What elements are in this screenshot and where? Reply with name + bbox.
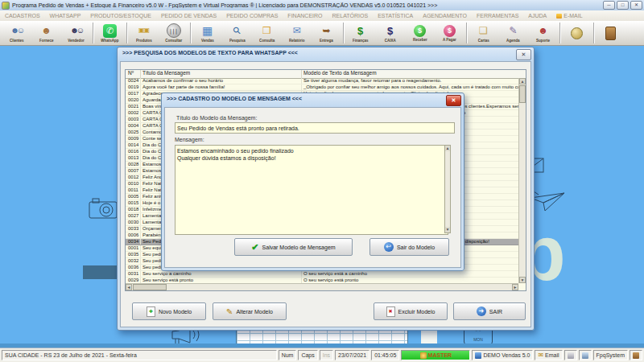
cell-num: 0005 bbox=[126, 194, 140, 200]
display-icon bbox=[582, 352, 588, 359]
toolbar-label: Vendedor bbox=[68, 38, 85, 42]
toolbar-relat-rio[interactable]: Relatório bbox=[282, 22, 312, 44]
exit-button[interactable]: ➜ SAIR bbox=[453, 302, 526, 320]
toolbar-entrega[interactable]: Entrega bbox=[312, 22, 341, 44]
exit-model-button[interactable]: ↩ Sair do Modelo bbox=[369, 238, 449, 256]
toolbar-label: Clientes bbox=[10, 38, 24, 42]
toolbar-label: CAIXA bbox=[384, 38, 395, 42]
message-scrollbar[interactable]: ▲ ▼ bbox=[444, 145, 451, 233]
cell-title: Seu serviço a caminho bbox=[140, 271, 301, 277]
toolbar-cartas[interactable]: Cartas bbox=[469, 22, 498, 44]
toolbar-label: WhatsApp bbox=[101, 38, 118, 42]
toolbar-suporte[interactable]: Suporte bbox=[528, 22, 558, 44]
title-field-label: Título do Modelo da Mensagem: bbox=[176, 115, 257, 121]
cell-num: 0031 bbox=[126, 271, 140, 277]
message-scroll-down-icon[interactable]: ▼ bbox=[445, 227, 450, 232]
menu-financeiro[interactable]: FINANCEIRO bbox=[283, 13, 327, 19]
maximize-button[interactable]: □ bbox=[617, 1, 629, 10]
scroll-up-icon[interactable]: ▲ bbox=[519, 78, 526, 84]
toolbar-finan-as[interactable]: Finanças bbox=[345, 22, 375, 44]
toolbar-fornece[interactable]: Fornece bbox=[31, 22, 61, 44]
message-field[interactable]: Estamos encaminhado o seu pedido finaliz… bbox=[175, 145, 448, 235]
scroll-left-icon[interactable]: ◄ bbox=[126, 284, 132, 290]
menu-estat-stica[interactable]: ESTATÍSTICA bbox=[373, 13, 418, 19]
toolbar-consulta[interactable]: Consulta bbox=[252, 22, 282, 44]
horizontal-scrollbar[interactable]: ◄ ► bbox=[126, 283, 518, 290]
vertical-scrollbar[interactable]: ▲ ▼ bbox=[518, 78, 526, 283]
coin-icon bbox=[571, 27, 583, 39]
cell-num: 0016 bbox=[126, 149, 140, 154]
cell-title: Seu serviço está pronto bbox=[140, 278, 301, 283]
menu-produtos-estoque[interactable]: PRODUTOS/ESTOQUE bbox=[85, 13, 156, 19]
menu-pedido-de-vendas[interactable]: PEDIDO DE VENDAS bbox=[156, 13, 221, 19]
menu-whatsapp[interactable]: WHATSAPP bbox=[45, 13, 86, 19]
toolbar-exit-icon[interactable] bbox=[596, 22, 625, 44]
cell-num: 0001 bbox=[126, 245, 140, 251]
folder-icon bbox=[259, 23, 275, 38]
status-exit-small-icon bbox=[630, 350, 642, 360]
save-model-button[interactable]: Salvar Modelo de Mensagem bbox=[234, 238, 353, 256]
menu-e-mail[interactable]: E-MAIL bbox=[551, 13, 587, 19]
title-field[interactable] bbox=[175, 122, 455, 134]
search-icon bbox=[229, 23, 246, 38]
cell-num: 0027 bbox=[126, 213, 140, 219]
toolbar-whatsapp[interactable]: WhatsApp bbox=[95, 22, 125, 44]
cell-num: 0011 bbox=[126, 187, 140, 193]
toolbar-separator bbox=[593, 23, 594, 43]
scroll-right-icon[interactable]: ► bbox=[512, 284, 518, 290]
exit-model-label: Sair do Modelo bbox=[397, 245, 435, 250]
table-row[interactable]: 0029Seu serviço está prontoO seu serviço… bbox=[126, 278, 518, 283]
search-dialog-close-icon[interactable]: ✕ bbox=[516, 49, 531, 60]
cell-num: 0018 bbox=[126, 207, 140, 212]
menu-agendamento[interactable]: AGENDAMENTO bbox=[418, 13, 472, 19]
toolbar-label: Entrega bbox=[320, 38, 333, 42]
table-row[interactable]: 0019Agora você faz parte de nossa famíli… bbox=[126, 84, 518, 91]
toolbar-label: Consultar bbox=[165, 38, 182, 42]
menu-relat-rios[interactable]: RELATÓRIOS bbox=[328, 13, 374, 19]
status-master: MASTER bbox=[401, 350, 470, 360]
supplier-icon bbox=[39, 23, 55, 38]
toolbar-label: Cartas bbox=[477, 38, 489, 42]
delete-model-label: Excluir Modelo bbox=[398, 309, 436, 315]
delete-model-button[interactable]: Excluir Modelo bbox=[374, 302, 448, 320]
message-scroll-up-icon[interactable]: ▲ bbox=[445, 146, 450, 151]
menu-pedido-compras[interactable]: PEDIDO COMPRAS bbox=[221, 13, 283, 19]
toolbar-vendedor[interactable]: Vendedor bbox=[61, 22, 91, 44]
toolbar-coin-icon[interactable] bbox=[562, 22, 592, 44]
letters-icon bbox=[476, 23, 492, 38]
horizontal-scroll-thumb[interactable] bbox=[133, 284, 167, 290]
cell-num: 0015 bbox=[126, 200, 140, 206]
toolbar-produtos[interactable]: Produtos bbox=[129, 22, 159, 44]
toolbar-vendas[interactable]: Vendas bbox=[192, 22, 222, 44]
menu-cadastros[interactable]: CADASTROS bbox=[0, 13, 45, 19]
toolbar-label: Finanças bbox=[353, 38, 369, 42]
toolbar-a-pagar[interactable]: A Pagar bbox=[435, 22, 464, 44]
table-row[interactable]: 0024Acabamos de confirmar o seu horárioS… bbox=[126, 78, 518, 84]
toolbar-agenda[interactable]: Agenda bbox=[498, 22, 528, 44]
menu-ajuda[interactable]: AJUDA bbox=[523, 13, 551, 19]
toolbar-separator bbox=[559, 23, 560, 43]
table-row[interactable]: 0031Seu serviço a caminhoO seu serviço e… bbox=[126, 271, 518, 278]
edit-model-button[interactable]: Alterar Modelo bbox=[213, 302, 287, 320]
toolbar-clientes[interactable]: Clientes bbox=[2, 22, 31, 44]
minimize-button[interactable]: ─ bbox=[603, 1, 615, 10]
toolbar-caixa[interactable]: CAIXA bbox=[375, 22, 405, 44]
new-model-button[interactable]: Novo Modelo bbox=[132, 302, 206, 320]
message-dialog-close-icon[interactable]: ✕ bbox=[446, 95, 461, 106]
status-printer-icon bbox=[564, 350, 577, 360]
cell-num: 0003 bbox=[126, 117, 140, 122]
scroll-down-icon[interactable]: ▼ bbox=[519, 277, 526, 283]
whatsapp-icon bbox=[103, 24, 117, 38]
column-header-text: Modelo de Texto da Mensagem bbox=[301, 70, 526, 78]
toolbar-receber[interactable]: Receber bbox=[405, 22, 435, 44]
menu-ferramentas[interactable]: FERRAMENTAS bbox=[472, 13, 523, 19]
toolbar-consultar[interactable]: Consultar bbox=[159, 22, 188, 44]
close-button[interactable]: ✕ bbox=[630, 1, 642, 10]
seller-icon bbox=[68, 23, 85, 38]
vertical-scroll-thumb[interactable] bbox=[519, 85, 526, 103]
cell-text: O seu serviço está a caminho bbox=[301, 271, 518, 277]
pay-icon bbox=[444, 25, 456, 37]
receive-icon bbox=[414, 25, 426, 37]
toolbar-pesquisa[interactable]: Pesquisa bbox=[222, 22, 252, 44]
key-icon bbox=[420, 352, 427, 359]
